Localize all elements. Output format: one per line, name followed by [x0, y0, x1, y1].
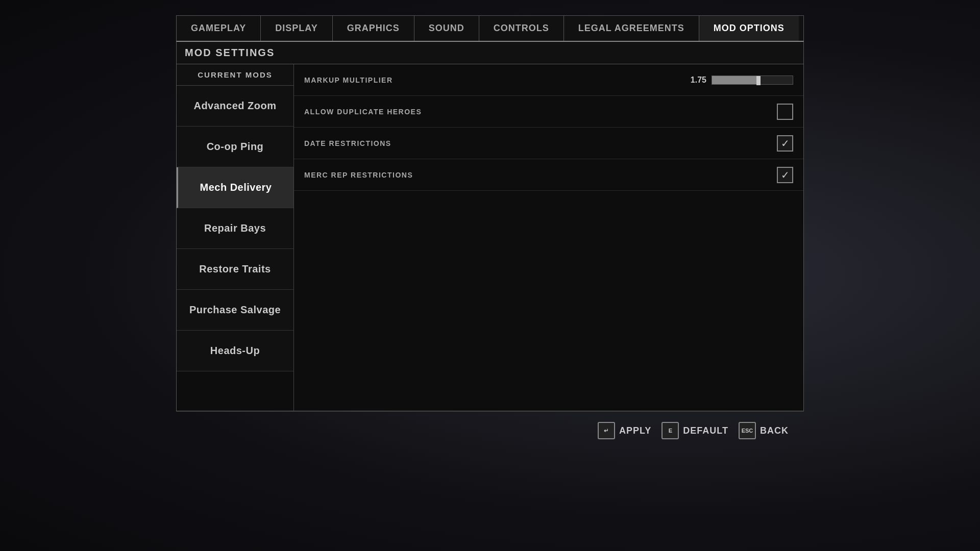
checkbox-checked-icon2: ✓: [781, 170, 790, 180]
apply-button[interactable]: ↵ APPLY: [598, 422, 651, 439]
nav-display[interactable]: DISPLAY: [261, 16, 332, 41]
nav-modoptions[interactable]: MOD OPTIONS: [699, 16, 799, 41]
setting-row-allow-duplicate-heroes: ALLOW DUPLICATE HEROES: [294, 96, 803, 128]
merc-rep-restrictions-checkbox[interactable]: ✓: [777, 167, 793, 183]
back-label: BACK: [760, 425, 789, 436]
setting-row-markup-multiplier: MARKUP MULTIPLIER 1.75: [294, 64, 803, 96]
checkbox-checked-icon: ✓: [781, 138, 790, 148]
setting-row-merc-rep-restrictions: MERC REP RESTRICTIONS ✓: [294, 159, 803, 191]
page-title: MOD SETTINGS: [185, 47, 275, 58]
default-label: DEFAULT: [683, 425, 728, 436]
apply-label: APPLY: [619, 425, 651, 436]
slider-track[interactable]: [712, 76, 793, 85]
nav-legal[interactable]: LEGAL AGREEMENTS: [564, 16, 699, 41]
date-restrictions-label: DATE RESTRICTIONS: [304, 139, 777, 147]
back-key-icon: ESC: [739, 422, 756, 439]
action-bar: ↵ APPLY E DEFAULT ESC BACK: [176, 411, 804, 449]
nav-controls[interactable]: CONTROLS: [479, 16, 564, 41]
nav-graphics[interactable]: GRAPHICS: [333, 16, 414, 41]
sidebar-item-repair-bays[interactable]: Repair Bays: [177, 208, 293, 249]
sidebar-item-coop-ping[interactable]: Co-op Ping: [177, 127, 293, 167]
markup-multiplier-label: MARKUP MULTIPLIER: [304, 76, 686, 84]
sidebar-header: CURRENT MODS: [177, 64, 293, 86]
sidebar-item-purchase-salvage[interactable]: Purchase Salvage: [177, 290, 293, 331]
sidebar-item-restore-traits[interactable]: Restore Traits: [177, 249, 293, 290]
apply-key-icon: ↵: [598, 422, 615, 439]
allow-duplicate-heroes-checkbox[interactable]: [777, 104, 793, 120]
slider-container: 1.75: [686, 76, 793, 85]
sidebar-item-mech-delivery[interactable]: Mech Delivery: [177, 167, 293, 208]
date-restrictions-checkbox[interactable]: ✓: [777, 135, 793, 152]
default-button[interactable]: E DEFAULT: [662, 422, 728, 439]
allow-duplicate-heroes-label: ALLOW DUPLICATE HEROES: [304, 108, 777, 116]
nav-bar: GAMEPLAY DISPLAY GRAPHICS SOUND CONTROLS…: [176, 15, 804, 41]
slider-value: 1.75: [686, 76, 706, 85]
setting-row-date-restrictions: DATE RESTRICTIONS ✓: [294, 128, 803, 159]
back-button[interactable]: ESC BACK: [739, 422, 789, 439]
slider-fill: [712, 76, 756, 84]
sidebar-item-heads-up[interactable]: Heads-Up: [177, 331, 293, 371]
content-area: CURRENT MODS Advanced Zoom Co-op Ping Me…: [176, 64, 804, 411]
slider-thumb[interactable]: [756, 76, 761, 85]
page-title-bar: MOD SETTINGS: [176, 41, 804, 64]
default-key-icon: E: [662, 422, 679, 439]
main-container: GAMEPLAY DISPLAY GRAPHICS SOUND CONTROLS…: [176, 15, 804, 449]
nav-sound[interactable]: SOUND: [414, 16, 479, 41]
settings-panel: MARKUP MULTIPLIER 1.75 ALLOW DUPLICATE H…: [294, 64, 803, 411]
mod-list: Advanced Zoom Co-op Ping Mech Delivery R…: [177, 86, 293, 371]
sidebar: CURRENT MODS Advanced Zoom Co-op Ping Me…: [177, 64, 294, 411]
sidebar-item-advanced-zoom[interactable]: Advanced Zoom: [177, 86, 293, 127]
merc-rep-restrictions-label: MERC REP RESTRICTIONS: [304, 171, 777, 179]
nav-gameplay[interactable]: GAMEPLAY: [177, 16, 261, 41]
